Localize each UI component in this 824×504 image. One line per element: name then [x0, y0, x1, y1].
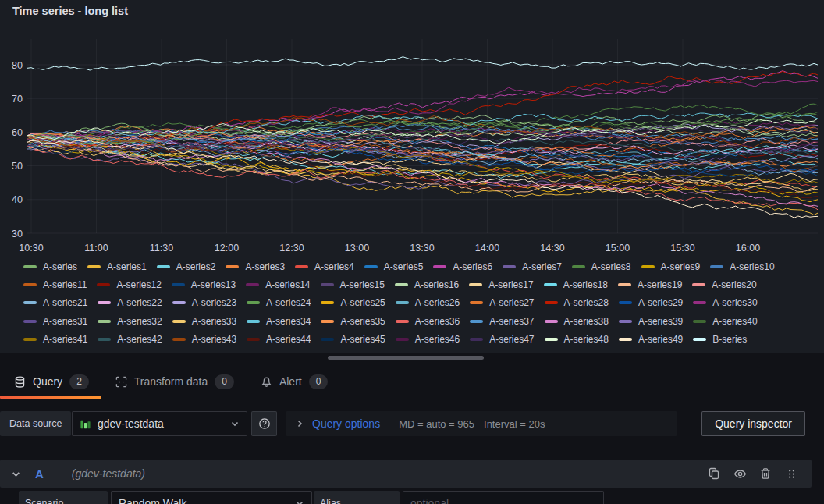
question-circle-icon — [258, 417, 271, 430]
tab-query[interactable]: Query 2 — [0, 364, 101, 399]
legend-item[interactable]: A-series5 — [364, 257, 424, 275]
legend-item[interactable]: A-series32 — [98, 312, 162, 330]
legend-item[interactable]: A-series8 — [572, 257, 631, 275]
tab-alert[interactable]: Alert 0 — [247, 364, 340, 399]
drag-handle-icon[interactable] — [782, 464, 801, 483]
legend-item[interactable]: A-series1 — [87, 257, 147, 275]
legend-item[interactable]: A-series34 — [247, 312, 311, 330]
collapse-chevron-icon[interactable] — [11, 469, 21, 479]
legend-label: A-series18 — [563, 279, 608, 290]
legend-item[interactable]: A-series44 — [247, 331, 311, 349]
legend-item[interactable]: A-series9 — [641, 257, 701, 275]
legend-swatch — [433, 265, 446, 268]
horizontal-scrollbar-thumb[interactable] — [328, 356, 484, 360]
legend-item[interactable]: A-series18 — [544, 275, 608, 293]
legend-item[interactable]: A-series31 — [23, 312, 87, 330]
legend-item[interactable]: A-series41 — [23, 331, 87, 349]
legend-label: B-series — [712, 334, 747, 345]
bell-icon — [261, 376, 272, 388]
legend-item[interactable]: A-series28 — [545, 294, 609, 312]
legend-item[interactable]: A-series22 — [98, 294, 162, 312]
datasource-help-button[interactable] — [251, 411, 277, 436]
legend-item[interactable]: A-series26 — [396, 294, 460, 312]
legend-swatch — [545, 338, 558, 341]
chevron-right-icon[interactable] — [295, 419, 304, 428]
legend-item[interactable]: A-series36 — [396, 312, 460, 330]
tab-label: Alert — [279, 375, 302, 388]
legend-swatch — [710, 265, 723, 268]
legend-item[interactable]: A-series30 — [693, 294, 757, 312]
legend-item[interactable]: A-series16 — [395, 275, 459, 293]
legend-item[interactable]: A-series25 — [321, 294, 385, 312]
legend-item[interactable]: A-series49 — [619, 331, 683, 349]
legend-swatch — [572, 265, 585, 268]
legend-swatch — [23, 338, 37, 341]
legend-item[interactable]: A-series43 — [172, 331, 236, 349]
query-row-actions — [705, 464, 801, 483]
legend-label: A-series28 — [564, 297, 609, 308]
legend-item[interactable]: A-series46 — [396, 331, 460, 349]
legend-item[interactable]: A-series4 — [295, 257, 354, 275]
timeseries-panel: Time series - long list 30405060708010:3… — [0, 0, 824, 353]
legend-item[interactable]: A-series37 — [470, 312, 534, 330]
legend-item[interactable]: A-series3 — [226, 257, 285, 275]
tab-label: Query — [33, 375, 62, 388]
legend-item[interactable]: A-series40 — [693, 312, 757, 330]
legend-item[interactable]: A-series17 — [469, 275, 533, 293]
legend-label: A-series25 — [340, 297, 385, 308]
legend-item[interactable]: A-series2 — [157, 257, 216, 275]
legend-item[interactable]: A-series29 — [619, 294, 683, 312]
legend-swatch — [545, 301, 558, 304]
tab-transform-data[interactable]: Transform data 0 — [101, 364, 247, 399]
legend-item[interactable]: A-series23 — [172, 294, 236, 312]
legend-item[interactable]: A-series38 — [545, 312, 609, 330]
legend-item[interactable]: A-series35 — [321, 312, 385, 330]
legend-item[interactable]: A-series19 — [618, 275, 682, 293]
legend-item[interactable]: A-series48 — [545, 331, 609, 349]
legend-item[interactable]: A-series39 — [619, 312, 683, 330]
legend-item[interactable]: A-series10 — [710, 257, 774, 275]
legend-swatch — [470, 301, 483, 304]
datasource-value: gdev-testdata — [98, 417, 164, 430]
legend-item[interactable]: B-series — [693, 331, 747, 349]
legend-item[interactable]: A-series20 — [692, 275, 756, 293]
transform-icon — [115, 376, 127, 388]
legend-item[interactable]: A-series11 — [23, 275, 87, 293]
alias-input[interactable] — [403, 491, 604, 504]
legend-label: A-series39 — [638, 316, 683, 327]
scenario-select[interactable]: Random Walk — [111, 491, 312, 504]
legend-item[interactable]: A-series15 — [321, 275, 385, 293]
legend-item[interactable]: A-series13 — [172, 275, 236, 293]
legend-item[interactable]: A-series7 — [503, 257, 562, 275]
legend-item[interactable]: A-series — [23, 257, 77, 275]
legend-item[interactable]: A-series12 — [97, 275, 161, 293]
tab-count-badge: 0 — [215, 374, 234, 389]
legend-item[interactable]: A-series24 — [247, 294, 311, 312]
legend-label: A-series2 — [176, 261, 216, 272]
x-axis-tick-label: 12:00 — [215, 243, 239, 254]
legend-item[interactable]: A-series27 — [470, 294, 534, 312]
query-inspector-button[interactable]: Query inspector — [701, 411, 805, 436]
datasource-picker[interactable]: gdev-testdata — [72, 411, 247, 436]
legend-item[interactable]: A-series45 — [321, 331, 385, 349]
delete-query-trash-button[interactable] — [756, 464, 775, 483]
query-options-row: Query options MD = auto = 965 Interval =… — [286, 411, 677, 436]
tab-label: Transform data — [134, 375, 208, 388]
legend-swatch — [545, 320, 558, 323]
y-axis-tick-label: 50 — [12, 161, 23, 172]
legend-item[interactable]: A-series21 — [23, 294, 87, 312]
legend-item[interactable]: A-series14 — [246, 275, 310, 293]
legend-label: A-series40 — [712, 316, 757, 327]
legend-item[interactable]: A-series42 — [98, 331, 162, 349]
legend-item[interactable]: A-series47 — [470, 331, 534, 349]
legend-item[interactable]: A-series6 — [433, 257, 492, 275]
legend-swatch — [247, 320, 260, 323]
legend-item[interactable]: A-series33 — [172, 312, 236, 330]
legend-label: A-series24 — [266, 297, 311, 308]
datasource-label: Data source — [0, 411, 71, 436]
y-axis-tick-label: 80 — [12, 60, 23, 71]
duplicate-query-button[interactable] — [705, 464, 723, 483]
query-options-toggle[interactable]: Query options — [312, 417, 380, 430]
query-ref-id[interactable]: A — [35, 467, 44, 481]
hide-query-eye-button[interactable] — [730, 464, 749, 483]
